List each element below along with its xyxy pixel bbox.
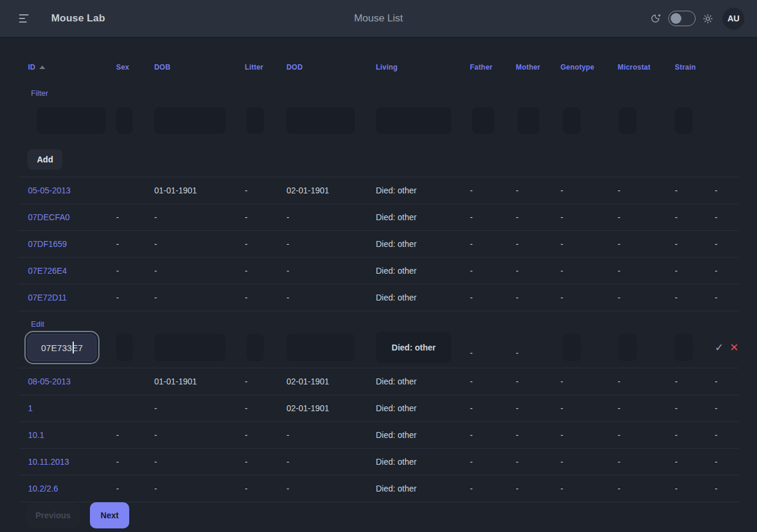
edit-row: Died: other - - ✓ ✕ — [18, 332, 739, 363]
column-header-litter[interactable]: Litter — [245, 63, 286, 71]
row-id-link[interactable]: 07E72D11 — [28, 293, 67, 302]
cell-dod: 02-01-1901 — [286, 403, 376, 413]
add-button[interactable]: Add — [27, 149, 63, 170]
filter-genotype-input[interactable] — [563, 107, 581, 134]
edit-label: Edit — [31, 320, 739, 328]
edit-litter-input[interactable] — [247, 334, 264, 361]
edit-section: Edit Died: other - - ✓ ✕ — [18, 311, 739, 368]
edit-genotype-input[interactable] — [563, 334, 581, 361]
edit-father-value: - — [470, 348, 516, 358]
cell-sex: - — [116, 239, 154, 249]
filter-living-input[interactable] — [376, 107, 451, 134]
column-header-dod[interactable]: DOD — [286, 63, 376, 71]
cell-mother: - — [516, 403, 560, 413]
cell-microstat: - — [618, 484, 675, 493]
cell-actions: - — [715, 212, 739, 222]
column-header-id[interactable]: ID — [18, 63, 116, 71]
cell-father: - — [470, 186, 516, 195]
cell-genotype: - — [560, 266, 618, 276]
table-row: 07E72D11 - - - - Died: other - - - - - - — [18, 284, 739, 311]
cell-father: - — [470, 457, 516, 467]
row-id-link[interactable]: 07E726E4 — [28, 266, 67, 276]
table-row: 10.2/2.6 - - - - Died: other - - - - - - — [18, 475, 739, 502]
filter-father-input[interactable] — [472, 107, 494, 134]
edit-living-button[interactable]: Died: other — [376, 332, 451, 363]
cell-genotype: - — [560, 403, 618, 413]
row-id-link[interactable]: 07DECFA0 — [28, 212, 70, 222]
row-id-link[interactable]: 05-05-2013 — [28, 186, 71, 195]
column-header-mother[interactable]: Mother — [516, 63, 560, 71]
cell-father: - — [470, 239, 516, 249]
table-rows-bottom: 08-05-2013 01-01-1901 - 02-01-1901 Died:… — [18, 368, 739, 502]
cell-actions: - — [715, 186, 739, 195]
column-header-dob[interactable]: DOB — [154, 63, 245, 71]
row-id-link[interactable]: 10.11.2013 — [28, 457, 69, 467]
column-header-microstat[interactable]: Microstat — [618, 63, 675, 71]
edit-strain-input[interactable] — [675, 334, 693, 361]
cell-actions: - — [715, 239, 739, 249]
cell-sex: - — [116, 266, 154, 276]
table-row: 1 - - 02-01-1901 Died: other - - - - - - — [18, 395, 739, 422]
cell-living: Died: other — [376, 293, 470, 302]
cell-genotype: - — [560, 457, 618, 467]
edit-microstat-input[interactable] — [619, 334, 637, 361]
column-header-father[interactable]: Father — [470, 63, 516, 71]
cell-microstat: - — [618, 239, 675, 249]
edit-dod-input[interactable] — [286, 334, 355, 361]
filter-strain-input[interactable] — [675, 107, 693, 134]
avatar[interactable]: AU — [722, 8, 744, 30]
row-id-link[interactable]: 10.2/2.6 — [28, 484, 58, 493]
column-header-sex[interactable]: Sex — [116, 63, 154, 71]
cell-dob: - — [154, 430, 245, 440]
cell-genotype: - — [560, 430, 618, 440]
cell-litter: - — [245, 212, 286, 222]
row-id-link[interactable]: 08-05-2013 — [28, 377, 71, 386]
column-header-genotype[interactable]: Genotype — [560, 63, 618, 71]
pagination: Previous Next — [26, 502, 739, 528]
cell-father: - — [470, 377, 516, 386]
cell-microstat: - — [618, 377, 675, 386]
row-id-link[interactable]: 10.1 — [28, 430, 44, 440]
page-title: Mouse List — [0, 12, 757, 24]
confirm-check-icon[interactable]: ✓ — [715, 341, 724, 354]
cell-living: Died: other — [376, 430, 470, 440]
filter-row — [18, 107, 739, 134]
filter-dob-input[interactable] — [154, 107, 226, 134]
filter-label: Filter — [31, 89, 739, 98]
cell-living: Died: other — [376, 484, 470, 493]
cell-litter: - — [245, 403, 286, 413]
table-rows-top: 05-05-2013 01-01-1901 - 02-01-1901 Died:… — [18, 177, 739, 311]
theme-toggle[interactable] — [668, 11, 696, 26]
column-header-living[interactable]: Living — [376, 63, 470, 71]
add-row: Add — [27, 149, 739, 170]
row-id-link[interactable]: 07DF1659 — [28, 239, 67, 249]
filter-microstat-input[interactable] — [619, 107, 637, 134]
cancel-x-icon[interactable]: ✕ — [730, 341, 739, 354]
edit-id-input[interactable] — [27, 334, 96, 361]
app-title: Mouse Lab — [51, 12, 105, 24]
filter-dod-input[interactable] — [286, 107, 355, 134]
cell-actions: - — [715, 377, 739, 386]
filter-sex-input[interactable] — [116, 107, 133, 134]
cell-litter: - — [245, 186, 286, 195]
cell-genotype: - — [560, 293, 618, 302]
cell-dod: - — [286, 484, 376, 493]
edit-dob-input[interactable] — [154, 334, 226, 361]
next-button[interactable]: Next — [90, 502, 129, 528]
text-cursor — [73, 342, 74, 353]
row-id-link[interactable]: 1 — [28, 403, 33, 413]
filter-id-input[interactable] — [37, 107, 106, 134]
cell-mother: - — [516, 430, 560, 440]
filter-mother-input[interactable] — [518, 107, 540, 134]
cell-mother: - — [516, 266, 560, 276]
column-header-strain[interactable]: Strain — [675, 63, 715, 71]
menu-icon[interactable] — [19, 13, 32, 24]
cell-actions: - — [715, 457, 739, 467]
table-row: 07DF1659 - - - - Died: other - - - - - - — [18, 231, 739, 258]
cell-living: Died: other — [376, 457, 470, 467]
mouse-list-table: ID Sex DOB Litter DOD Living Father Moth… — [0, 37, 757, 528]
previous-button[interactable]: Previous — [26, 502, 80, 528]
edit-sex-input[interactable] — [116, 334, 133, 361]
cell-actions: - — [715, 430, 739, 440]
filter-litter-input[interactable] — [247, 107, 264, 134]
